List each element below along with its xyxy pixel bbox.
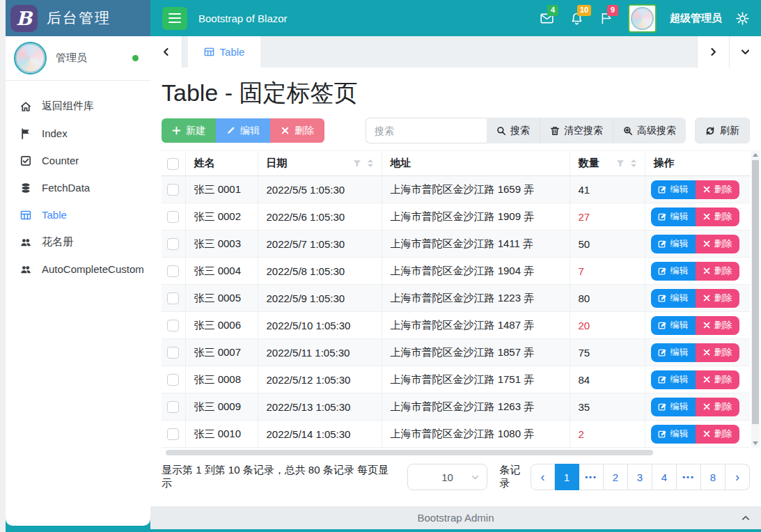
- sidebar-item-roster[interactable]: 花名册: [6, 228, 150, 256]
- delete-button[interactable]: 删除: [270, 118, 324, 143]
- page-button-8[interactable]: 8: [701, 464, 725, 490]
- chevron-up-icon: [742, 514, 750, 522]
- new-button[interactable]: 新建: [162, 118, 216, 143]
- pencil-square-icon: [658, 212, 667, 221]
- row-delete-button[interactable]: 删除: [696, 343, 739, 362]
- filter-icon[interactable]: [616, 159, 625, 168]
- column-header-address[interactable]: 地址: [382, 151, 570, 176]
- brand-logo: B: [10, 5, 38, 32]
- row-checkbox[interactable]: [167, 320, 179, 331]
- row-select-cell: [162, 339, 185, 366]
- horizontal-scrollbar-thumb[interactable]: [166, 450, 653, 455]
- edit-button[interactable]: 编辑: [216, 118, 270, 143]
- row-delete-button[interactable]: 删除: [696, 370, 739, 389]
- row-select-cell: [162, 366, 185, 393]
- row-delete-button[interactable]: 删除: [696, 316, 739, 335]
- messages-button[interactable]: 4: [538, 10, 555, 26]
- sidebar-item-components[interactable]: 返回组件库: [6, 93, 150, 120]
- table-row: 张三 00092022/5/13 1:05:30上海市普陀区金沙江路 1263 …: [162, 393, 750, 421]
- pencil-square-icon: [658, 267, 667, 276]
- advanced-search-button[interactable]: 高级搜索: [613, 118, 686, 143]
- row-edit-button[interactable]: 编辑: [651, 343, 696, 362]
- row-edit-button[interactable]: 编辑: [651, 235, 696, 253]
- sidebar-item-counter[interactable]: Counter: [6, 147, 150, 174]
- next-page-button[interactable]: ›: [725, 464, 750, 490]
- cell-actions: 编辑删除: [645, 421, 750, 448]
- row-delete-button[interactable]: 删除: [696, 180, 739, 199]
- row-delete-button[interactable]: 删除: [696, 289, 739, 308]
- search-button-label: 搜索: [510, 125, 530, 137]
- row-checkbox[interactable]: [167, 211, 179, 223]
- row-delete-button[interactable]: 删除: [696, 262, 739, 281]
- x-icon: [703, 212, 711, 221]
- x-icon: [703, 294, 711, 302]
- settings-button[interactable]: [735, 11, 750, 26]
- footer-collapse-button[interactable]: [742, 506, 750, 529]
- row-edit-button[interactable]: 编辑: [651, 180, 696, 199]
- sidebar-avatar[interactable]: [14, 42, 47, 75]
- page-ellipsis-button[interactable]: •••: [677, 464, 701, 490]
- row-checkbox[interactable]: [167, 374, 179, 386]
- row-checkbox[interactable]: [167, 428, 179, 440]
- table-row: 张三 00012022/5/5 1:05:30上海市普陀区金沙江路 1659 弄…: [162, 176, 750, 203]
- vertical-scrollbar[interactable]: [751, 150, 760, 448]
- column-header-name[interactable]: 姓名: [185, 151, 258, 176]
- row-edit-button[interactable]: 编辑: [651, 262, 696, 281]
- page-button-3[interactable]: 3: [628, 464, 652, 490]
- current-user-name[interactable]: 超级管理员: [670, 12, 722, 25]
- page-ellipsis-button[interactable]: •••: [579, 464, 604, 490]
- row-edit-button[interactable]: 编辑: [651, 425, 696, 444]
- select-all-checkbox[interactable]: [167, 158, 179, 170]
- page-size-select[interactable]: 10: [407, 464, 487, 490]
- brand-area[interactable]: B 后台管理: [6, 0, 150, 36]
- sidebar-item-autocomplete[interactable]: AutoCompleteCustom: [6, 256, 150, 283]
- page-button-1[interactable]: 1: [555, 464, 579, 490]
- row-delete-button[interactable]: 删除: [696, 235, 739, 253]
- row-edit-button[interactable]: 编辑: [651, 398, 696, 416]
- row-edit-button[interactable]: 编辑: [651, 208, 696, 226]
- tabs-scroll-left-button[interactable]: [150, 36, 182, 68]
- search-input[interactable]: [366, 118, 487, 143]
- flags-button[interactable]: 9: [598, 10, 615, 26]
- prev-page-button[interactable]: ‹: [531, 464, 555, 490]
- row-edit-button[interactable]: 编辑: [651, 370, 696, 389]
- page-button-2[interactable]: 2: [604, 464, 628, 490]
- tabs-scroll-right-button[interactable]: [697, 36, 729, 68]
- vertical-scrollbar-thumb[interactable]: [752, 160, 759, 424]
- row-checkbox[interactable]: [167, 401, 179, 413]
- row-edit-button[interactable]: 编辑: [651, 289, 696, 308]
- search-button[interactable]: 搜索: [487, 118, 540, 143]
- sidebar-item-fetchdata[interactable]: FetchData: [6, 174, 150, 201]
- sidebar-item-table[interactable]: Table: [6, 201, 150, 228]
- pencil-square-icon: [658, 402, 667, 412]
- sidebar-item-index[interactable]: Index: [6, 120, 150, 147]
- tab-table[interactable]: Table: [188, 36, 260, 68]
- row-delete-button[interactable]: 删除: [696, 208, 739, 226]
- column-header-count[interactable]: 数量: [570, 151, 645, 176]
- main-area: Table Table - 固定标签页 新建: [150, 36, 761, 529]
- user-avatar[interactable]: [628, 4, 657, 33]
- filter-icon[interactable]: [353, 159, 361, 168]
- flag-icon: [20, 128, 31, 139]
- column-header-date[interactable]: 日期: [258, 151, 382, 176]
- row-checkbox[interactable]: [167, 238, 179, 250]
- page-button-4[interactable]: 4: [652, 464, 677, 490]
- cell-date: 2022/5/9 1:05:30: [258, 285, 382, 312]
- row-delete-button[interactable]: 删除: [696, 398, 739, 416]
- sort-icon[interactable]: [368, 159, 373, 167]
- sidebar-toggle-button[interactable]: [162, 7, 187, 30]
- sort-icon[interactable]: [631, 159, 636, 167]
- row-edit-button[interactable]: 编辑: [651, 316, 696, 335]
- cell-date: 2022/5/6 1:05:30: [258, 203, 382, 230]
- row-checkbox[interactable]: [167, 265, 179, 277]
- row-checkbox[interactable]: [167, 347, 179, 359]
- row-checkbox[interactable]: [167, 184, 179, 196]
- clear-search-button[interactable]: 清空搜索: [540, 118, 613, 143]
- row-delete-button[interactable]: 删除: [696, 425, 739, 444]
- refresh-button[interactable]: 刷新: [695, 118, 750, 143]
- row-checkbox[interactable]: [167, 292, 179, 304]
- messages-badge: 4: [547, 5, 558, 16]
- tabs-dropdown-button[interactable]: [729, 36, 761, 68]
- notifications-button[interactable]: 10: [568, 10, 585, 26]
- row-select-cell: [162, 421, 185, 448]
